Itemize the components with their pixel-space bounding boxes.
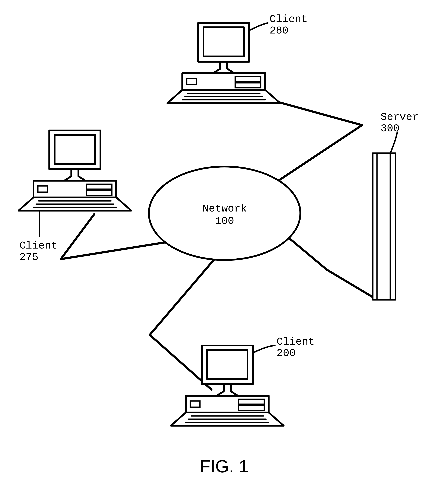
figure-label: FIG. 1 [200,456,249,476]
network-ref: 100 [215,215,234,227]
client-280-node [167,23,280,103]
client-275-ref: 275 [19,251,38,263]
server-ref: 300 [380,122,400,134]
connection-client-280 [266,99,362,188]
client-200-node [171,345,284,426]
network-title: Network [202,203,247,215]
svg-rect-1 [373,153,396,300]
client-200-title: Client [276,336,315,348]
leader-client-280 [250,23,268,30]
network-node: Network 100 [149,166,300,260]
client-280-ref: 280 [269,25,289,37]
leader-client-200 [254,345,275,352]
client-280-title: Client [269,13,308,25]
client-275-title: Client [19,240,57,252]
client-275-node [18,131,131,211]
server-title: Server [380,111,419,123]
server-node: Server 300 [373,111,419,300]
network-diagram: Network 100 Server 300 [0,0,448,490]
client-200-ref: 200 [276,347,296,359]
connection-server-300 [278,229,373,298]
